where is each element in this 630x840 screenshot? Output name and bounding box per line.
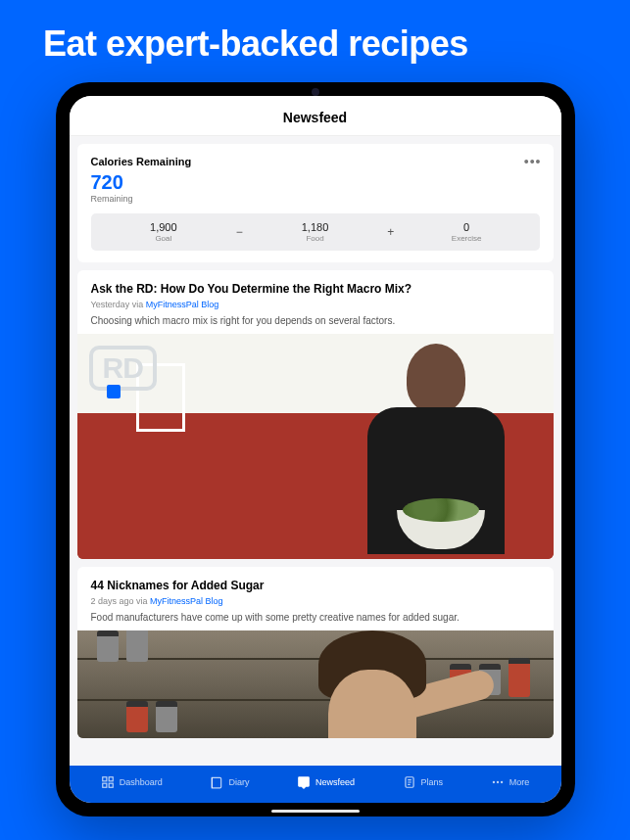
calories-title: Calories Remaining [91,156,540,167]
bottom-nav: Dashboard Diary Newsfeed Plans [70,766,561,803]
goal-label: Goal [97,234,231,243]
minus-operator: − [230,225,248,239]
more-icon [491,775,505,789]
svg-rect-2 [103,783,107,787]
diary-icon [210,775,223,789]
article-when: Yesterday via [91,300,146,309]
nav-more[interactable]: More [491,775,530,789]
goal-value: 1,900 [97,221,231,233]
plus-operator: + [382,225,400,239]
plans-icon [403,775,416,789]
article-when: 2 days ago via [91,596,151,606]
app-header: Newsfeed [70,96,561,136]
calories-breakdown: 1,900 Goal − 1,180 Food + 0 Exercise [91,213,540,251]
rd-badge-icon: RD [89,346,157,391]
article-title: 44 Nicknames for Added Sugar [91,579,540,592]
article-card[interactable]: Ask the RD: How Do You Determine the Rig… [77,270,554,559]
tablet-device-frame: Newsfeed ••• Calories Remaining 720 Rema… [56,82,575,817]
article-meta: 2 days ago via MyFitnessPal Blog [91,596,540,606]
nav-dashboard[interactable]: Dashboard [101,775,163,789]
goal-column: 1,900 Goal [97,221,231,243]
nav-diary[interactable]: Diary [210,775,249,789]
nav-label: Newsfeed [315,777,355,787]
article-source-link[interactable]: MyFitnessPal Blog [146,300,219,309]
nav-label: More [509,777,530,787]
app-screen: Newsfeed ••• Calories Remaining 720 Rema… [70,96,561,803]
article-excerpt: Food manufacturers have come up with som… [91,612,540,623]
exercise-value: 0 [400,221,534,233]
article-image: RD [77,334,554,559]
svg-rect-0 [103,777,107,781]
more-options-button[interactable]: ••• [524,154,542,169]
calories-remaining-label: Remaining [91,194,540,204]
device-camera [312,88,319,96]
svg-point-7 [501,781,503,783]
page-title: Newsfeed [70,110,561,125]
newsfeed-icon [297,775,311,789]
calories-card: ••• Calories Remaining 720 Remaining 1,9… [77,144,554,262]
article-excerpt: Choosing which macro mix is right for yo… [91,315,540,326]
marketing-headline: Eat expert-backed recipes [0,0,630,82]
svg-point-6 [497,781,499,783]
nav-label: Diary [228,777,249,787]
food-label: Food [248,234,382,243]
exercise-label: Exercise [400,234,534,243]
article-source-link[interactable]: MyFitnessPal Blog [150,596,223,606]
svg-rect-3 [109,783,113,787]
dashboard-icon [101,775,115,789]
content-scroll[interactable]: ••• Calories Remaining 720 Remaining 1,9… [70,136,561,766]
nav-plans[interactable]: Plans [403,775,444,789]
nav-label: Plans [421,777,444,787]
svg-rect-1 [109,777,113,781]
calories-remaining-value: 720 [91,171,540,194]
nav-newsfeed[interactable]: Newsfeed [297,775,355,789]
article-title: Ask the RD: How Do You Determine the Rig… [91,282,540,296]
food-value: 1,180 [248,221,382,233]
article-card[interactable]: 44 Nicknames for Added Sugar 2 days ago … [77,567,554,738]
exercise-column: 0 Exercise [400,221,534,243]
article-meta: Yesterday via MyFitnessPal Blog [91,300,540,309]
food-column: 1,180 Food [248,221,382,243]
nav-label: Dashboard [120,777,163,787]
svg-point-5 [492,781,494,783]
article-image [77,630,554,738]
